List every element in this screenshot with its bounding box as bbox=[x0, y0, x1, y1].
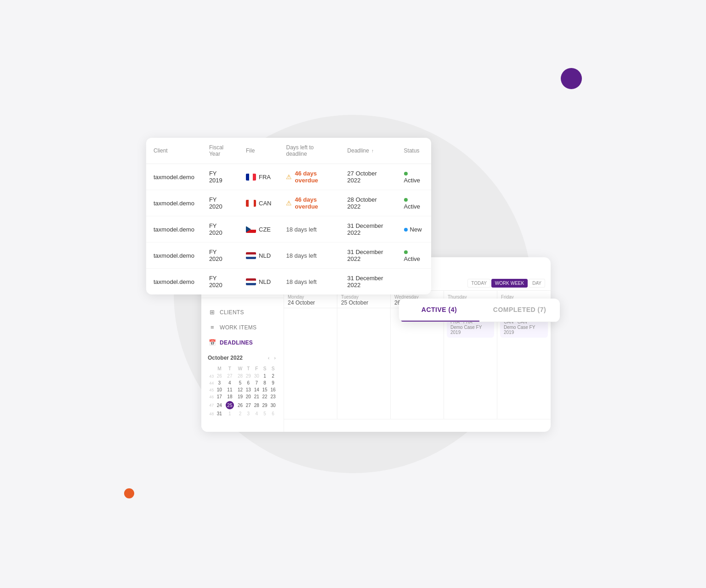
calendar-header: October 2022 ‹ › bbox=[208, 355, 277, 361]
flag-cell: NLD bbox=[246, 252, 271, 259]
deadline-cell: 28 October 2022 bbox=[340, 190, 397, 216]
calendar-day[interactable]: 20 bbox=[244, 393, 252, 400]
calendar-day[interactable]: 13 bbox=[244, 386, 252, 393]
sidebar-deadlines-label: DEADLINES bbox=[220, 339, 253, 346]
tab-active[interactable]: ACTIVE (4) bbox=[399, 299, 479, 322]
status-cell bbox=[397, 269, 431, 295]
calendar-day[interactable]: 21 bbox=[252, 393, 261, 400]
calendar-prev-btn[interactable]: ‹ bbox=[267, 355, 271, 361]
fiscal-year-cell: FY 2020 bbox=[202, 269, 239, 295]
calendar-day[interactable]: 12 bbox=[236, 386, 245, 393]
col-deadline: Deadline ↑ bbox=[340, 138, 397, 164]
deadline-cell: 31 December 2022 bbox=[340, 243, 397, 269]
calendar-day[interactable]: 31 bbox=[215, 410, 223, 417]
day-date: 24 October bbox=[288, 300, 333, 306]
calendar-day[interactable]: 27 bbox=[223, 373, 236, 379]
calendar-day[interactable]: 8 bbox=[261, 379, 269, 386]
calendar-week-row: 43262728293012 bbox=[208, 373, 277, 379]
sidebar-item-clients[interactable]: ⊞ CLIENTS bbox=[201, 305, 284, 320]
calendar-day[interactable]: 30 bbox=[252, 373, 261, 379]
tabs-card: ACTIVE (4) COMPLETED (7) bbox=[399, 299, 560, 322]
day-btn[interactable]: DAY bbox=[529, 279, 545, 288]
calendar-day[interactable]: 5 bbox=[261, 410, 269, 417]
flag-cell: FRA bbox=[246, 174, 271, 181]
calendar-day[interactable]: 19 bbox=[236, 393, 245, 400]
tabs-header: ACTIVE (4) COMPLETED (7) bbox=[399, 299, 560, 322]
calendar-day[interactable]: 29 bbox=[244, 373, 252, 379]
work-week-btn[interactable]: WORK WEEK bbox=[491, 279, 528, 288]
calendar-day[interactable]: 1 bbox=[261, 373, 269, 379]
event-sub2: Demo Case FY 2019 bbox=[450, 325, 490, 335]
table-row[interactable]: taxmodel.demo FY 2020 NLD 18 days left 3… bbox=[146, 269, 431, 295]
col-fiscal-year: Fiscal Year bbox=[202, 138, 239, 164]
calendar-day[interactable]: 22 bbox=[261, 393, 269, 400]
fiscal-year-cell: FY 2020 bbox=[202, 243, 239, 269]
flag-cze bbox=[246, 226, 256, 233]
calendar-day[interactable]: 26 bbox=[236, 400, 245, 410]
calendar-day[interactable]: 26 bbox=[215, 373, 223, 379]
calendar-day[interactable]: 18 bbox=[223, 393, 236, 400]
tab-completed[interactable]: COMPLETED (7) bbox=[479, 299, 560, 322]
fiscal-year-cell: FY 2019 bbox=[202, 164, 239, 190]
table-row[interactable]: taxmodel.demo FY 2019 FRA ⚠46 days overd… bbox=[146, 164, 431, 190]
country-code: CAN bbox=[259, 200, 271, 207]
days-left-label: 18 days left bbox=[286, 278, 317, 285]
calendar-day[interactable]: 9 bbox=[269, 379, 277, 386]
calendar-day[interactable]: 4 bbox=[223, 379, 236, 386]
day-date: 25 October bbox=[341, 300, 387, 306]
calendar-day[interactable]: 28 bbox=[252, 400, 261, 410]
client-cell: taxmodel.demo bbox=[146, 190, 202, 216]
calendar-day[interactable]: 2 bbox=[269, 373, 277, 379]
calendar-day[interactable]: 6 bbox=[244, 379, 252, 386]
calendar-week-row: 4510111213141516 bbox=[208, 386, 277, 393]
calendar-day[interactable]: 23 bbox=[269, 393, 277, 400]
calendar-day[interactable]: 14 bbox=[252, 386, 261, 393]
calendar-day[interactable]: 6 bbox=[269, 410, 277, 417]
status-cell: New bbox=[397, 216, 431, 243]
country-code: CZE bbox=[259, 226, 271, 233]
week-number: 47 bbox=[208, 400, 215, 410]
table-row[interactable]: taxmodel.demo FY 2020 CAN ⚠46 days overd… bbox=[146, 190, 431, 216]
sidebar-item-deadlines[interactable]: 📅 DEADLINES bbox=[201, 335, 284, 350]
client-cell: taxmodel.demo bbox=[146, 243, 202, 269]
calendar-day[interactable]: 15 bbox=[261, 386, 269, 393]
calendar-day[interactable]: 10 bbox=[215, 386, 223, 393]
calendar-day[interactable]: 3 bbox=[215, 379, 223, 386]
calendar-day[interactable]: 1 bbox=[223, 410, 236, 417]
calendar-day[interactable]: 2 bbox=[236, 410, 245, 417]
table-row[interactable]: taxmodel.demo FY 2020 CZE 18 days left 3… bbox=[146, 216, 431, 243]
days-left-label: 18 days left bbox=[286, 252, 317, 259]
client-cell: taxmodel.demo bbox=[146, 269, 202, 295]
calendar-day[interactable]: 5 bbox=[236, 379, 245, 386]
status-label: Active bbox=[404, 203, 420, 210]
cal-day-t2: T bbox=[244, 365, 252, 373]
calendar-week-row: 4831123456 bbox=[208, 410, 277, 417]
day-col-monday: Monday 24 October bbox=[284, 291, 337, 419]
calendar-day[interactable]: 27 bbox=[244, 400, 252, 410]
cal-day-w: W bbox=[236, 365, 245, 373]
event-sub2: Demo Case FY 2019 bbox=[504, 325, 544, 335]
today-btn[interactable]: TODAY bbox=[467, 279, 490, 288]
calendar-day[interactable]: 16 bbox=[269, 386, 277, 393]
calendar-day[interactable]: 29 bbox=[261, 400, 269, 410]
table-row[interactable]: taxmodel.demo FY 2020 NLD 18 days left 3… bbox=[146, 243, 431, 269]
calendar-day[interactable]: 30 bbox=[269, 400, 277, 410]
calendar-day[interactable]: 28 bbox=[236, 373, 245, 379]
status-cell: Active bbox=[397, 243, 431, 269]
calendar-day[interactable]: 17 bbox=[215, 393, 223, 400]
status-dot-active bbox=[404, 198, 408, 202]
calendar-day[interactable]: 3 bbox=[244, 410, 252, 417]
calendar-day-today[interactable]: 25 bbox=[223, 400, 236, 410]
overdue-label: 46 days overdue bbox=[295, 170, 332, 184]
days-cell: ⚠46 days overdue bbox=[279, 190, 340, 216]
week-number: 43 bbox=[208, 373, 215, 379]
calendar-next-btn[interactable]: › bbox=[273, 355, 277, 361]
days-cell: 18 days left bbox=[279, 216, 340, 243]
calendar-day[interactable]: 7 bbox=[252, 379, 261, 386]
flag-cell: CAN bbox=[246, 200, 271, 207]
flag-fra bbox=[246, 174, 256, 181]
calendar-day[interactable]: 4 bbox=[252, 410, 261, 417]
calendar-day[interactable]: 11 bbox=[223, 386, 236, 393]
sidebar-item-work-items[interactable]: ≡ WORK ITEMS bbox=[201, 320, 284, 335]
calendar-day[interactable]: 24 bbox=[215, 400, 223, 410]
